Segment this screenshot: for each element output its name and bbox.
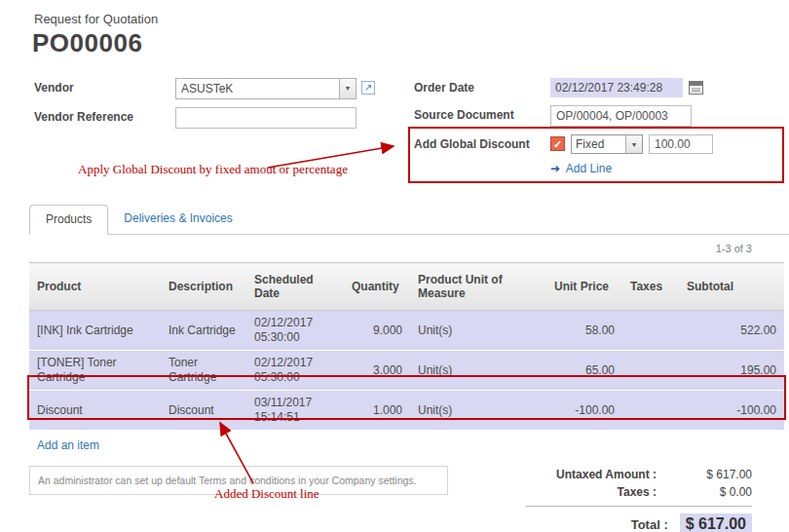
external-link-icon[interactable] xyxy=(361,81,375,95)
cell-taxes[interactable] xyxy=(622,351,679,391)
col-subtotal: Subtotal xyxy=(679,263,784,311)
calendar-icon[interactable] xyxy=(689,81,703,95)
add-line-row: Add Line xyxy=(550,162,755,175)
arrow-right-icon xyxy=(550,162,560,175)
total-label: Total : xyxy=(526,517,680,532)
totals-panel: Untaxed Amount : $ 617.00 Taxes : $ 0.00… xyxy=(526,466,752,532)
cell-subtotal: 522.00 xyxy=(679,311,784,351)
cell-quantity[interactable]: 1.000 xyxy=(344,391,410,431)
untaxed-amount-label: Untaxed Amount : xyxy=(526,468,668,481)
cell-taxes[interactable] xyxy=(622,311,679,351)
cell-scheduled-date[interactable]: 02/12/2017 05:30:00 xyxy=(246,311,344,351)
untaxed-amount-value: $ 617.00 xyxy=(668,468,752,481)
list-pager[interactable]: 1-3 of 3 xyxy=(0,243,752,254)
form-fields: Vendor ASUSTeK Vendor Reference Order Da… xyxy=(34,78,755,175)
col-product: Product xyxy=(29,263,161,311)
global-discount-row: Add Global Discount Fixed xyxy=(414,134,755,154)
taxes-label: Taxes : xyxy=(526,485,668,499)
add-an-item-link[interactable]: Add an item xyxy=(37,438,99,452)
cell-description[interactable]: Discount xyxy=(161,391,246,431)
annotation-global-discount-note: Apply Global Discount by fixed amout or … xyxy=(78,162,348,177)
purchase-order-form: Request for Quotation PO00006 Vendor ASU… xyxy=(0,0,789,532)
vendor-reference-row: Vendor Reference xyxy=(34,107,414,129)
source-document-row: Source Document xyxy=(414,105,755,127)
total-row: Total : $ 617.00 xyxy=(526,506,752,532)
cell-scheduled-date[interactable]: 03/11/2017 15:14:51 xyxy=(246,391,344,431)
chevron-down-icon[interactable] xyxy=(625,135,642,153)
cell-scheduled-date[interactable]: 02/12/2017 05:30:00 xyxy=(246,351,344,391)
add-line-link[interactable]: Add Line xyxy=(566,162,612,175)
col-taxes: Taxes xyxy=(622,263,679,311)
order-date-row: Order Date 02/12/2017 23:49:28 xyxy=(414,78,755,97)
form-right-column: Order Date 02/12/2017 23:49:28 Source Do… xyxy=(414,78,755,175)
cell-uom[interactable]: Unit(s) xyxy=(410,351,546,391)
cell-subtotal: 195.00 xyxy=(679,351,784,391)
order-date-value[interactable]: 02/12/2017 23:49:28 xyxy=(550,78,683,97)
cell-quantity[interactable]: 9.000 xyxy=(344,311,410,351)
vendor-row: Vendor ASUSTeK xyxy=(34,78,414,99)
cell-product[interactable]: Discount xyxy=(29,391,161,431)
total-value: $ 617.00 xyxy=(680,513,752,532)
tab-deliveries-invoices[interactable]: Deliveries & Invoices xyxy=(108,205,247,234)
discount-type-select[interactable]: Fixed xyxy=(571,134,643,154)
col-uom: Product Unit of Measure xyxy=(410,263,546,311)
vendor-reference-input[interactable] xyxy=(175,107,357,129)
cell-unit-price[interactable]: -100.00 xyxy=(546,391,622,431)
cell-quantity[interactable]: 3.000 xyxy=(344,351,410,391)
col-quantity: Quantity xyxy=(344,263,410,311)
cell-uom[interactable]: Unit(s) xyxy=(410,391,546,431)
form-footer: An administrator can set up default Term… xyxy=(29,466,789,532)
col-description: Description xyxy=(161,263,246,311)
vendor-reference-label: Vendor Reference xyxy=(34,107,175,124)
cell-taxes[interactable] xyxy=(622,391,679,431)
discount-type-value[interactable]: Fixed xyxy=(572,135,625,153)
cell-unit-price[interactable]: 65.00 xyxy=(546,351,622,391)
global-discount-checkbox[interactable] xyxy=(550,136,565,151)
cell-product[interactable]: [TONER] Toner Cartridge xyxy=(29,351,161,391)
taxes-row: Taxes : $ 0.00 xyxy=(526,483,752,501)
document-type-label: Request for Quotation xyxy=(34,12,789,26)
table-row[interactable]: [INK] Ink Cartridge Ink Cartridge 02/12/… xyxy=(29,311,784,351)
cell-description[interactable]: Toner Cartridge xyxy=(161,351,246,391)
add-item-row: Add an item xyxy=(37,438,789,452)
discount-amount-input[interactable] xyxy=(649,134,713,154)
table-row-discount[interactable]: Discount Discount 03/11/2017 15:14:51 1.… xyxy=(29,391,784,431)
source-document-input[interactable] xyxy=(550,105,692,127)
cell-subtotal: -100.00 xyxy=(679,391,784,431)
page-title: PO00006 xyxy=(32,28,789,58)
table-row[interactable]: [TONER] Toner Cartridge Toner Cartridge … xyxy=(29,351,784,391)
chevron-down-icon[interactable] xyxy=(339,79,356,98)
notebook-tabs: Products Deliveries & Invoices xyxy=(29,205,789,235)
order-date-label: Order Date xyxy=(414,78,550,95)
cell-uom[interactable]: Unit(s) xyxy=(410,311,546,351)
source-document-label: Source Document xyxy=(414,105,550,122)
cell-unit-price[interactable]: 58.00 xyxy=(546,311,622,351)
table-header: Product Description Scheduled Date Quant… xyxy=(29,263,784,311)
taxes-value: $ 0.00 xyxy=(668,485,752,499)
vendor-combobox[interactable]: ASUSTeK xyxy=(175,78,357,99)
vendor-label: Vendor xyxy=(34,78,175,95)
vendor-value[interactable]: ASUSTeK xyxy=(176,79,339,98)
cell-description[interactable]: Ink Cartridge xyxy=(161,311,246,351)
cell-product[interactable]: [INK] Ink Cartridge xyxy=(29,311,161,351)
col-scheduled-date: Scheduled Date xyxy=(246,263,344,311)
untaxed-amount-row: Untaxed Amount : $ 617.00 xyxy=(526,466,752,483)
form-left-column: Vendor ASUSTeK Vendor Reference xyxy=(34,78,414,175)
order-lines-table: Product Description Scheduled Date Quant… xyxy=(29,262,784,431)
annotation-discount-line-note: Added Discount line xyxy=(214,486,319,502)
global-discount-label: Add Global Discount xyxy=(414,134,550,151)
col-unit-price: Unit Price xyxy=(546,263,622,311)
tab-products[interactable]: Products xyxy=(29,205,108,235)
